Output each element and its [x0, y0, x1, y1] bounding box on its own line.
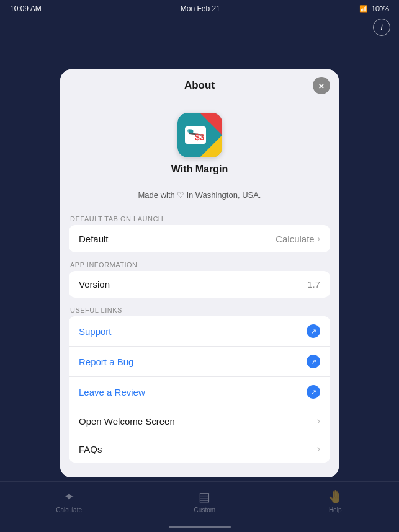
default-tab-chevron: › — [317, 233, 320, 244]
support-row[interactable]: Support ↗ — [69, 316, 330, 347]
welcome-screen-chevron: › — [317, 415, 320, 427]
modal-title: About — [184, 79, 215, 92]
made-with-text: Made with ♡ in Washington, USA. — [60, 184, 339, 206]
help-icon: 🤚 — [328, 489, 343, 504]
wifi-icon: 📶 — [359, 5, 368, 13]
report-bug-external-icon: ↗ — [307, 355, 320, 368]
faqs-label: FAQs — [79, 444, 102, 454]
custom-icon: ▤ — [199, 489, 210, 504]
leave-review-external-icon: ↗ — [307, 385, 320, 399]
support-external-icon: ↗ — [307, 324, 320, 338]
tab-help[interactable]: 🤚 Help — [328, 489, 343, 513]
app-name: With Margin — [171, 164, 228, 175]
useful-links-label: USEFUL LINKS — [60, 298, 339, 316]
default-tab-group: Default Calculate › — [69, 225, 330, 252]
svg-point-7 — [187, 129, 191, 133]
welcome-screen-row[interactable]: Open Welcome Screen › — [69, 407, 330, 435]
app-icon-section: $3 With Margin — [60, 102, 339, 184]
leave-review-row[interactable]: Leave a Review ↗ — [69, 377, 330, 407]
status-time: 10:09 AM — [10, 4, 42, 13]
leave-review-label: Leave a Review — [79, 387, 145, 397]
home-indicator — [169, 526, 231, 528]
welcome-screen-label: Open Welcome Screen — [79, 416, 175, 427]
default-tab-label: DEFAULT TAB ON LAUNCH — [60, 206, 339, 225]
faqs-chevron: › — [317, 443, 320, 454]
version-value: 1.7 — [307, 279, 320, 290]
app-info-label: APP INFORMATION — [60, 252, 339, 271]
sections-area: DEFAULT TAB ON LAUNCH Default Calculate … — [60, 206, 339, 477]
modal-header: About × — [60, 69, 339, 102]
useful-links-group: Support ↗ Report a Bug ↗ Leave a Review … — [69, 316, 330, 463]
app-icon: $3 — [177, 113, 222, 157]
calculate-icon: ✦ — [64, 489, 74, 504]
svg-text:$3: $3 — [195, 132, 205, 142]
status-bar: 10:09 AM Mon Feb 21 📶 100% — [0, 0, 399, 17]
default-tab-value: Calculate — [276, 234, 315, 244]
default-tab-row-right: Calculate › — [276, 233, 320, 244]
info-button[interactable]: i — [373, 19, 390, 36]
default-tab-row[interactable]: Default Calculate › — [69, 225, 330, 252]
tab-custom[interactable]: ▤ Custom — [194, 489, 215, 513]
battery-icon: 100% — [372, 5, 389, 12]
status-date: Mon Feb 21 — [181, 4, 220, 13]
version-row: Version 1.7 — [69, 271, 330, 298]
support-label: Support — [79, 326, 112, 337]
calculate-label: Calculate — [56, 507, 82, 513]
app-info-group: Version 1.7 — [69, 271, 330, 298]
tab-calculate[interactable]: ✦ Calculate — [56, 489, 82, 513]
report-bug-label: Report a Bug — [79, 357, 133, 367]
version-label: Version — [79, 279, 110, 290]
faqs-row[interactable]: FAQs › — [69, 435, 330, 463]
help-label: Help — [329, 507, 342, 513]
modal-card: About × $3 With Margin — [60, 69, 339, 477]
tab-bar: ✦ Calculate ▤ Custom 🤚 Help — [0, 481, 399, 532]
default-tab-row-label: Default — [79, 234, 109, 244]
status-right: 📶 100% — [359, 5, 389, 13]
close-button[interactable]: × — [313, 77, 330, 94]
report-bug-row[interactable]: Report a Bug ↗ — [69, 347, 330, 377]
custom-label: Custom — [194, 507, 215, 513]
